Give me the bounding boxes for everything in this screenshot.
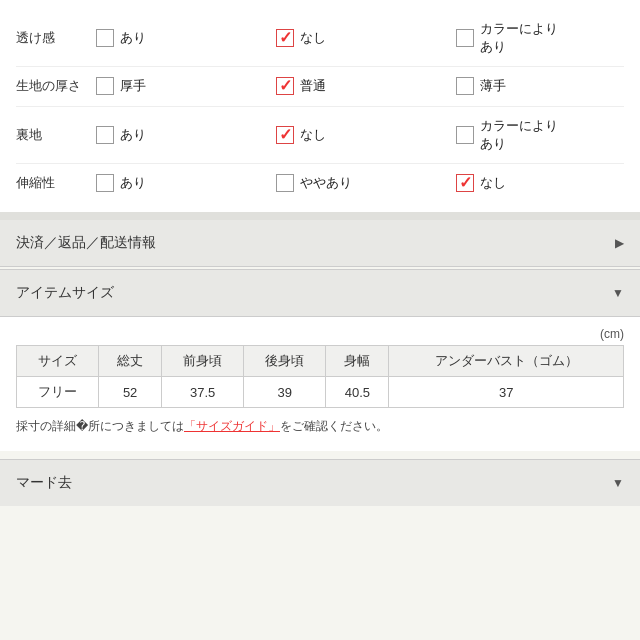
size-cell-0-1: 52 — [99, 377, 162, 408]
prop-options-0: あり✓なしカラーにより あり — [96, 20, 640, 56]
checkbox-1-1[interactable]: ✓ — [276, 77, 294, 95]
size-th-4: 身幅 — [326, 346, 389, 377]
checkmark-0-1: ✓ — [279, 30, 292, 46]
prop-row-1: 生地の厚さ厚手✓普通薄手 — [16, 67, 624, 106]
prop-option-text-0-0: あり — [120, 29, 146, 47]
prop-label-1: 生地の厚さ — [16, 77, 96, 95]
prop-row-2: 裏地あり✓なしカラーにより あり — [16, 107, 624, 164]
prop-option-text-1-1: 普通 — [300, 77, 326, 95]
accordion-mode-icon: ▼ — [612, 476, 624, 490]
prop-options-3: ありややあり✓なし — [96, 174, 636, 192]
prop-option-0-1[interactable]: ✓なし — [276, 20, 456, 56]
prop-option-2-1[interactable]: ✓なし — [276, 117, 456, 153]
size-unit-label: (cm) — [16, 327, 624, 341]
accordion-payment-label: 決済／返品／配送情報 — [16, 234, 156, 252]
size-cell-0-5: 37 — [389, 377, 624, 408]
size-note-prefix: 採寸の詳細�所につきましては — [16, 419, 184, 433]
prop-option-text-3-0: あり — [120, 174, 146, 192]
size-table: サイズ総丈前身頃後身頃身幅アンダーバスト（ゴム） フリー5237.53940.5… — [16, 345, 624, 408]
gap-bar — [0, 212, 640, 220]
checkbox-2-1[interactable]: ✓ — [276, 126, 294, 144]
size-section: (cm) サイズ総丈前身頃後身頃身幅アンダーバスト（ゴム） フリー5237.53… — [0, 317, 640, 451]
prop-option-1-0[interactable]: 厚手 — [96, 77, 276, 95]
accordion-payment-icon: ▶ — [615, 236, 624, 250]
prop-option-text-2-0: あり — [120, 126, 146, 144]
prop-options-2: あり✓なしカラーにより あり — [96, 117, 640, 153]
prop-label-0: 透け感 — [16, 29, 96, 47]
accordion-size-label: アイテムサイズ — [16, 284, 114, 302]
checkbox-3-2[interactable]: ✓ — [456, 174, 474, 192]
prop-label-3: 伸縮性 — [16, 174, 96, 192]
size-th-1: 総丈 — [99, 346, 162, 377]
checkbox-0-2[interactable] — [456, 29, 474, 47]
accordion-payment[interactable]: 決済／返品／配送情報 ▶ — [0, 220, 640, 267]
size-cell-0-3: 39 — [244, 377, 326, 408]
size-table-header-row: サイズ総丈前身頃後身頃身幅アンダーバスト（ゴム） — [17, 346, 624, 377]
prop-row-3: 伸縮性ありややあり✓なし — [16, 164, 624, 202]
size-table-body: フリー5237.53940.537 — [17, 377, 624, 408]
accordion-size[interactable]: アイテムサイズ ▼ — [0, 269, 640, 317]
prop-option-1-2[interactable]: 薄手 — [456, 77, 636, 95]
prop-option-text-1-2: 薄手 — [480, 77, 506, 95]
checkbox-2-0[interactable] — [96, 126, 114, 144]
prop-option-text-2-2: カラーにより あり — [480, 117, 558, 153]
checkbox-1-0[interactable] — [96, 77, 114, 95]
size-th-5: アンダーバスト（ゴム） — [389, 346, 624, 377]
size-th-2: 前身頃 — [162, 346, 244, 377]
accordion-mode[interactable]: マード去 ▼ — [0, 459, 640, 506]
prop-option-2-2[interactable]: カラーにより あり — [456, 117, 640, 153]
prop-option-3-2[interactable]: ✓なし — [456, 174, 636, 192]
size-cell-0-4: 40.5 — [326, 377, 389, 408]
prop-option-text-0-1: なし — [300, 29, 326, 47]
prop-label-2: 裏地 — [16, 126, 96, 144]
checkbox-0-1[interactable]: ✓ — [276, 29, 294, 47]
prop-option-text-3-1: ややあり — [300, 174, 352, 192]
prop-option-0-2[interactable]: カラーにより あり — [456, 20, 640, 56]
prop-option-2-0[interactable]: あり — [96, 117, 276, 153]
checkbox-3-0[interactable] — [96, 174, 114, 192]
prop-option-0-0[interactable]: あり — [96, 20, 276, 56]
prop-option-3-0[interactable]: あり — [96, 174, 276, 192]
size-table-head: サイズ総丈前身頃後身頃身幅アンダーバスト（ゴム） — [17, 346, 624, 377]
prop-option-text-2-1: なし — [300, 126, 326, 144]
checkbox-3-1[interactable] — [276, 174, 294, 192]
checkbox-2-2[interactable] — [456, 126, 474, 144]
size-th-3: 後身頃 — [244, 346, 326, 377]
prop-option-text-1-0: 厚手 — [120, 77, 146, 95]
size-note: 採寸の詳細�所につきましては「サイズガイド」をご確認ください。 — [16, 418, 624, 435]
checkbox-0-0[interactable] — [96, 29, 114, 47]
checkmark-2-1: ✓ — [279, 127, 292, 143]
size-note-suffix: をご確認ください。 — [280, 419, 388, 433]
prop-option-1-1[interactable]: ✓普通 — [276, 77, 456, 95]
prop-option-text-0-2: カラーにより あり — [480, 20, 558, 56]
accordion-size-icon: ▼ — [612, 286, 624, 300]
prop-option-3-1[interactable]: ややあり — [276, 174, 456, 192]
checkmark-3-2: ✓ — [459, 175, 472, 191]
size-row-0: フリー5237.53940.537 — [17, 377, 624, 408]
properties-section: 透け感あり✓なしカラーにより あり生地の厚さ厚手✓普通薄手裏地あり✓なしカラーに… — [0, 0, 640, 212]
prop-option-text-3-2: なし — [480, 174, 506, 192]
checkbox-1-2[interactable] — [456, 77, 474, 95]
checkmark-1-1: ✓ — [279, 78, 292, 94]
size-cell-0-0: フリー — [17, 377, 99, 408]
accordion-mode-label: マード去 — [16, 474, 72, 492]
size-th-0: サイズ — [17, 346, 99, 377]
prop-row-0: 透け感あり✓なしカラーにより あり — [16, 10, 624, 67]
size-cell-0-2: 37.5 — [162, 377, 244, 408]
prop-options-1: 厚手✓普通薄手 — [96, 77, 636, 95]
size-guide-link[interactable]: 「サイズガイド」 — [184, 419, 280, 433]
